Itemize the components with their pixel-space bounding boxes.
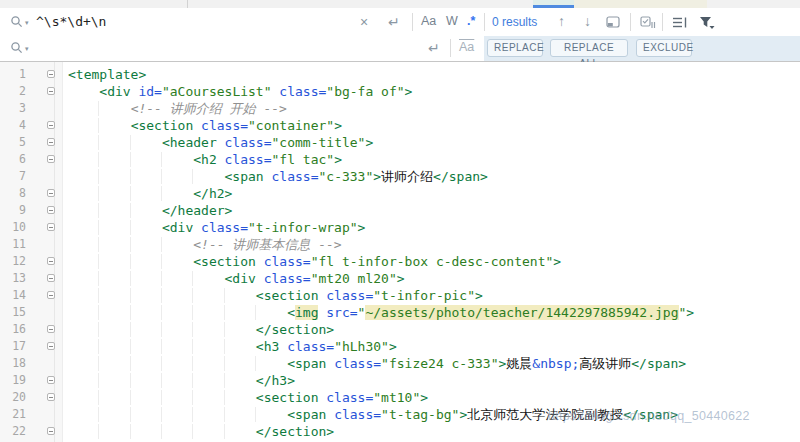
line-number[interactable]: 9 <box>0 202 26 219</box>
newline-icon[interactable]: ↵ <box>428 40 440 56</box>
line-number[interactable]: 4 <box>0 117 26 134</box>
line-number[interactable]: 11 <box>0 236 26 253</box>
code-line[interactable]: 17 <h3 class="hLh30"> <box>0 338 800 355</box>
line-number[interactable]: 21 <box>0 406 26 423</box>
fold-marker[interactable] <box>26 185 68 202</box>
fold-marker[interactable] <box>26 134 68 151</box>
previous-occurrence-icon[interactable]: ↑ <box>558 13 565 29</box>
code-line[interactable]: 16 </section> <box>0 321 800 338</box>
fold-column <box>26 168 68 185</box>
code-line[interactable]: 4 <section class="container"> <box>0 117 800 134</box>
line-number[interactable]: 5 <box>0 134 26 151</box>
exclude-button[interactable]: EXCLUDE <box>636 39 692 57</box>
code-line[interactable]: 12 <section class="fl t-infor-box c-desc… <box>0 253 800 270</box>
line-number[interactable]: 10 <box>0 219 26 236</box>
fold-marker[interactable] <box>26 253 68 270</box>
open-in-find-window-icon[interactable] <box>606 16 620 28</box>
close-icon[interactable]: × <box>360 14 368 30</box>
next-occurrence-icon[interactable]: ↓ <box>584 13 591 29</box>
fold-marker-icon[interactable] <box>47 342 55 350</box>
replace-all-button[interactable]: REPLACE ALL <box>550 39 628 57</box>
code-line[interactable]: 10 <div class="t-infor-wrap"> <box>0 219 800 236</box>
line-number[interactable]: 8 <box>0 185 26 202</box>
code-line[interactable]: 6 <h2 class="fl tac"> <box>0 151 800 168</box>
fold-marker-icon[interactable] <box>47 291 55 299</box>
code-line[interactable]: 22 </section> <box>0 423 800 440</box>
line-number[interactable]: 16 <box>0 321 26 338</box>
line-number[interactable]: 22 <box>0 423 26 440</box>
line-number[interactable]: 6 <box>0 151 26 168</box>
fold-marker-icon[interactable] <box>47 325 55 333</box>
code-line[interactable]: 13 <div class="mt20 ml20"> <box>0 270 800 287</box>
code-line[interactable]: 9 </header> <box>0 202 800 219</box>
fold-marker-icon[interactable] <box>47 189 55 197</box>
line-number[interactable]: 3 <box>0 100 26 117</box>
code-editor[interactable]: 1<template>2 <div id="aCoursesList" clas… <box>0 62 800 442</box>
preserve-case-toggle[interactable]: Aa <box>459 40 474 54</box>
fold-marker-icon[interactable] <box>47 257 55 265</box>
fold-marker[interactable] <box>26 338 68 355</box>
select-all-occurrences-icon[interactable] <box>640 16 656 29</box>
match-case-toggle[interactable]: Aa <box>421 14 436 28</box>
filter-lines-icon[interactable] <box>673 16 688 29</box>
line-number[interactable]: 7 <box>0 168 26 185</box>
search-input[interactable]: ^\s*\d+\n <box>36 14 106 29</box>
regex-toggle[interactable]: .* <box>467 14 475 28</box>
fold-marker-icon[interactable] <box>47 223 55 231</box>
line-number[interactable]: 18 <box>0 355 26 372</box>
indent <box>68 152 193 167</box>
fold-marker[interactable] <box>26 372 68 389</box>
fold-marker[interactable] <box>26 117 68 134</box>
fold-marker-icon[interactable] <box>47 121 55 129</box>
line-number[interactable]: 17 <box>0 338 26 355</box>
fold-marker-icon[interactable] <box>47 376 55 384</box>
fold-marker[interactable] <box>26 423 68 440</box>
search-history-caret-icon[interactable]: ▾ <box>25 19 29 27</box>
code-line[interactable]: 11 <!-- 讲师基本信息 --> <box>0 236 800 253</box>
fold-marker-icon[interactable] <box>47 138 55 146</box>
fold-marker[interactable] <box>26 287 68 304</box>
line-number[interactable]: 13 <box>0 270 26 287</box>
fold-marker[interactable] <box>26 389 68 406</box>
fold-marker[interactable] <box>26 202 68 219</box>
code-line[interactable]: 14 <section class="t-infor-pic"> <box>0 287 800 304</box>
line-number[interactable]: 2 <box>0 83 26 100</box>
code-line[interactable]: 18 <span class="fsize24 c-333">姚晨&nbsp;高… <box>0 355 800 372</box>
words-toggle[interactable]: W <box>446 14 458 28</box>
fold-marker[interactable] <box>26 270 68 287</box>
line-number[interactable]: 20 <box>0 389 26 406</box>
line-number[interactable]: 12 <box>0 253 26 270</box>
replace-button[interactable]: REPLACE <box>487 39 543 57</box>
search-icon[interactable] <box>10 15 24 29</box>
fold-marker-icon[interactable] <box>47 87 55 95</box>
code-line[interactable]: 1<template> <box>0 66 800 83</box>
fold-marker[interactable] <box>26 151 68 168</box>
line-number[interactable]: 19 <box>0 372 26 389</box>
fold-marker[interactable] <box>26 219 68 236</box>
code-line[interactable]: 3 <!-- 讲师介绍 开始 --> <box>0 100 800 117</box>
fold-marker-icon[interactable] <box>47 274 55 282</box>
code-line[interactable]: 8 </h2> <box>0 185 800 202</box>
fold-marker[interactable] <box>26 321 68 338</box>
fold-marker-icon[interactable] <box>47 206 55 214</box>
filter-funnel-icon[interactable] <box>699 16 715 30</box>
fold-marker[interactable] <box>26 83 68 100</box>
newline-icon[interactable]: ↵ <box>388 14 400 30</box>
fold-marker-icon[interactable] <box>47 427 55 435</box>
fold-marker-icon[interactable] <box>47 155 55 163</box>
line-number[interactable]: 14 <box>0 287 26 304</box>
replace-search-icon[interactable] <box>10 41 24 55</box>
code-line[interactable]: 19 </h3> <box>0 372 800 389</box>
code-line[interactable]: 20 <section class="mt10"> <box>0 389 800 406</box>
line-number[interactable]: 1 <box>0 66 26 83</box>
code-line[interactable]: 7 <span class="c-333">讲师介绍</span> <box>0 168 800 185</box>
code-token: </header> <box>162 203 232 218</box>
fold-marker-icon[interactable] <box>47 70 55 78</box>
code-line[interactable]: 5 <header class="comm-title"> <box>0 134 800 151</box>
code-line[interactable]: 15 <img src="~/assets/photo/teacher/1442… <box>0 304 800 321</box>
code-line[interactable]: 2 <div id="aCoursesList" class="bg-fa of… <box>0 83 800 100</box>
line-number[interactable]: 15 <box>0 304 26 321</box>
fold-marker[interactable] <box>26 66 68 83</box>
fold-marker-icon[interactable] <box>47 393 55 401</box>
replace-history-caret-icon[interactable]: ▾ <box>25 45 29 53</box>
